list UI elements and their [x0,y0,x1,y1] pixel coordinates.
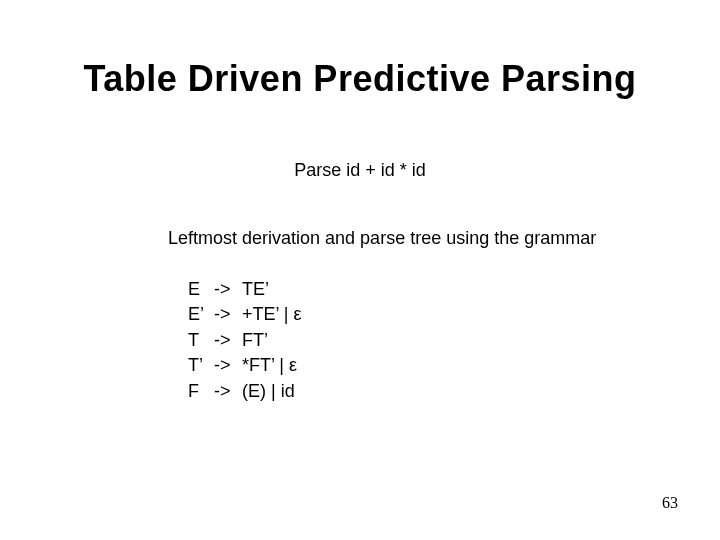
page-number: 63 [662,494,678,512]
slide-title: Table Driven Predictive Parsing [0,58,720,100]
grammar-lhs: T [188,329,214,354]
grammar-arrow: -> [214,354,242,379]
grammar-row: E -> TE’ [188,278,308,303]
grammar-arrow: -> [214,278,242,303]
grammar-lhs: T’ [188,354,214,379]
grammar-rhs: +TE’ | ε [242,303,308,328]
grammar-rhs: *FT’ | ε [242,354,308,379]
grammar-table: E -> TE’ E’ -> +TE’ | ε T -> FT’ T’ -> *… [188,278,308,405]
grammar-arrow: -> [214,303,242,328]
grammar-arrow: -> [214,329,242,354]
grammar-row: F -> (E) | id [188,380,308,405]
grammar-lhs: E [188,278,214,303]
grammar-rhs: (E) | id [242,380,308,405]
grammar-block: E -> TE’ E’ -> +TE’ | ε T -> FT’ T’ -> *… [188,278,308,405]
grammar-rhs: FT’ [242,329,308,354]
grammar-rhs: TE’ [242,278,308,303]
derivation-heading: Leftmost derivation and parse tree using… [168,228,596,249]
grammar-row: E’ -> +TE’ | ε [188,303,308,328]
grammar-lhs: F [188,380,214,405]
grammar-lhs: E’ [188,303,214,328]
parse-input-line: Parse id + id * id [0,160,720,181]
grammar-row: T’ -> *FT’ | ε [188,354,308,379]
grammar-arrow: -> [214,380,242,405]
slide: Table Driven Predictive Parsing Parse id… [0,0,720,540]
grammar-row: T -> FT’ [188,329,308,354]
